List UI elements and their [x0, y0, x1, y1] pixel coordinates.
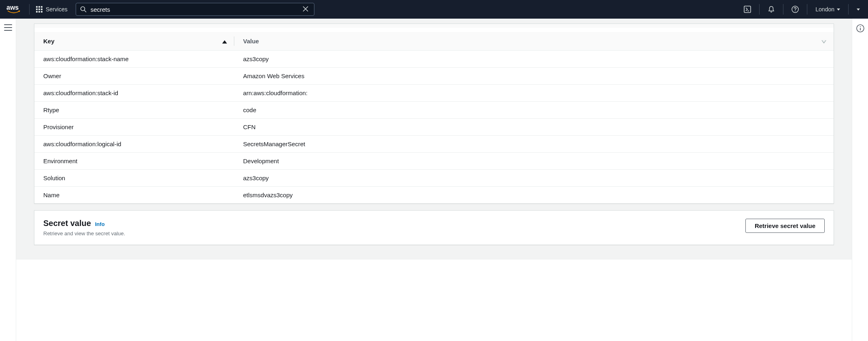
grid-icon — [36, 6, 42, 13]
cloudshell-icon — [744, 6, 751, 13]
table-row: aws:cloudformation:logical-idSecretsMana… — [34, 136, 834, 153]
table-row: aws:cloudformation:stack-idarn:aws:cloud… — [34, 85, 834, 102]
tag-key-cell: Provisioner — [34, 119, 234, 136]
tag-value-cell: Development — [234, 153, 834, 170]
filter-remnant — [43, 24, 825, 28]
svg-point-9 — [860, 26, 860, 27]
tag-value-cell: arn:aws:cloudformation: — [234, 85, 834, 102]
nav-icons: London — [738, 4, 862, 15]
secret-value-title: Secret value — [43, 219, 91, 228]
tag-value-cell: CFN — [234, 119, 834, 136]
retrieve-secret-value-button[interactable]: Retrieve secret value — [745, 219, 825, 233]
tag-key-cell: Owner — [34, 68, 234, 85]
region-selector[interactable]: London — [810, 4, 846, 14]
help-icon — [792, 6, 799, 13]
table-row: Rtypecode — [34, 102, 834, 119]
secret-value-header: Secret value Info Retrieve and view the … — [43, 219, 125, 237]
cloudshell-button[interactable] — [738, 4, 757, 15]
tags-table: Key Value aws:cloudformation:stack-namea… — [34, 32, 834, 203]
table-row: EnvironmentDevelopment — [34, 153, 834, 170]
info-link[interactable]: Info — [95, 221, 105, 227]
close-icon — [303, 6, 308, 12]
tag-value-cell: Amazon Web Services — [234, 68, 834, 85]
left-rail — [0, 19, 16, 260]
svg-point-0 — [81, 7, 85, 11]
tag-value-cell: etlsmsdvazs3copy — [234, 187, 834, 204]
tag-key-cell: Name — [34, 187, 234, 204]
sort-ascending-icon — [222, 38, 227, 45]
tag-key-cell: aws:cloudformation:logical-id — [34, 136, 234, 153]
chevron-down-icon — [837, 9, 840, 11]
menu-icon — [4, 24, 12, 25]
tag-key-cell: Rtype — [34, 102, 234, 119]
column-header-value[interactable]: Value — [234, 32, 834, 51]
column-header-key[interactable]: Key — [34, 32, 234, 51]
top-nav: aws Services — [0, 0, 868, 19]
main-content: Key Value aws:cloudformation:stack-namea… — [16, 19, 852, 260]
search-box[interactable] — [76, 3, 314, 16]
notifications-button[interactable] — [762, 4, 781, 15]
secret-value-panel: Secret value Info Retrieve and view the … — [34, 210, 834, 245]
tag-value-cell: azs3copy — [234, 170, 834, 187]
search-input[interactable] — [91, 6, 301, 13]
services-label: Services — [46, 6, 68, 13]
divider — [848, 4, 849, 15]
tag-key-cell: aws:cloudformation:stack-name — [34, 51, 234, 68]
column-header-key-label: Key — [43, 38, 55, 45]
services-menu-button[interactable]: Services — [32, 4, 72, 14]
sort-none-icon — [821, 38, 826, 45]
help-button[interactable] — [786, 4, 804, 15]
secret-value-subtitle: Retrieve and view the secret value. — [43, 230, 125, 237]
table-header-row: Key Value — [34, 32, 834, 51]
tag-key-cell: Solution — [34, 170, 234, 187]
table-row: aws:cloudformation:stack-nameazs3copy — [34, 51, 834, 68]
open-nav-button[interactable] — [4, 24, 12, 31]
open-help-panel-button[interactable] — [856, 24, 864, 32]
region-label: London — [815, 6, 834, 13]
divider — [29, 4, 30, 15]
search-icon — [80, 6, 87, 13]
aws-smile-icon — [6, 10, 21, 14]
column-header-value-label: Value — [243, 38, 259, 45]
tag-key-cell: aws:cloudformation:stack-id — [34, 85, 234, 102]
tags-panel: Key Value aws:cloudformation:stack-namea… — [34, 23, 834, 204]
table-row: Solutionazs3copy — [34, 170, 834, 187]
svg-line-1 — [84, 11, 86, 13]
table-row: ProvisionerCFN — [34, 119, 834, 136]
info-icon — [856, 24, 864, 32]
divider — [759, 4, 760, 15]
chevron-down-icon — [857, 9, 860, 11]
svg-point-7 — [795, 11, 796, 11]
aws-logo[interactable]: aws — [6, 4, 27, 14]
tag-value-cell: SecretsManagerSecret — [234, 136, 834, 153]
clear-search-button[interactable] — [301, 4, 310, 15]
right-rail — [852, 19, 868, 260]
tag-value-cell: code — [234, 102, 834, 119]
account-menu-button[interactable] — [851, 7, 862, 12]
bell-icon — [768, 6, 775, 13]
divider — [783, 4, 783, 15]
divider — [807, 4, 807, 15]
tag-key-cell: Environment — [34, 153, 234, 170]
table-row: Nameetlsmsdvazs3copy — [34, 187, 834, 204]
tag-value-cell: azs3copy — [234, 51, 834, 68]
table-row: OwnerAmazon Web Services — [34, 68, 834, 85]
